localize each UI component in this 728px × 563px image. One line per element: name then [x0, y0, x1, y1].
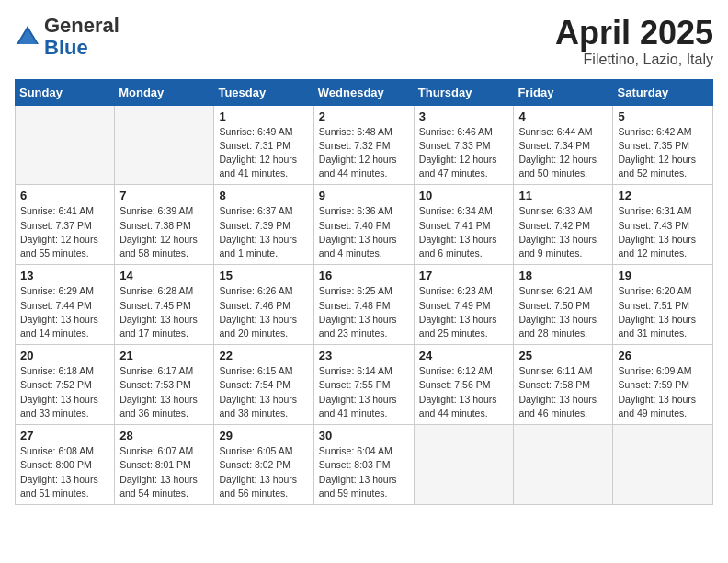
- day-number: 2: [319, 109, 409, 123]
- calendar-cell: 10Sunrise: 6:34 AMSunset: 7:41 PMDayligh…: [414, 185, 514, 265]
- day-info: Sunrise: 6:41 AMSunset: 7:37 PMDaylight:…: [20, 204, 109, 260]
- calendar-cell: 25Sunrise: 6:11 AMSunset: 7:58 PMDayligh…: [514, 345, 613, 425]
- calendar-cell: [414, 425, 514, 505]
- day-info: Sunrise: 6:44 AMSunset: 7:34 PMDaylight:…: [518, 125, 608, 181]
- day-number: 23: [319, 349, 409, 362]
- day-info: Sunrise: 6:20 AMSunset: 7:51 PMDaylight:…: [618, 284, 708, 340]
- day-info: Sunrise: 6:12 AMSunset: 7:56 PMDaylight:…: [419, 364, 509, 420]
- day-number: 5: [618, 109, 708, 123]
- day-info: Sunrise: 6:21 AMSunset: 7:50 PMDaylight:…: [518, 284, 608, 340]
- title-block: April 2025 Filettino, Lazio, Italy: [555, 15, 713, 68]
- header-thursday: Thursday: [414, 79, 514, 105]
- day-number: 13: [20, 269, 109, 282]
- day-number: 16: [319, 269, 409, 282]
- day-number: 25: [518, 349, 608, 362]
- logo-icon: [15, 24, 40, 50]
- day-info: Sunrise: 6:07 AMSunset: 8:01 PMDaylight:…: [119, 444, 209, 500]
- calendar-cell: 24Sunrise: 6:12 AMSunset: 7:56 PMDayligh…: [414, 345, 514, 425]
- day-info: Sunrise: 6:31 AMSunset: 7:43 PMDaylight:…: [618, 204, 708, 260]
- calendar-week-row-2: 6Sunrise: 6:41 AMSunset: 7:37 PMDaylight…: [16, 185, 713, 265]
- day-number: 29: [219, 429, 308, 442]
- calendar-cell: 16Sunrise: 6:25 AMSunset: 7:48 PMDayligh…: [313, 265, 414, 345]
- calendar-cell: 23Sunrise: 6:14 AMSunset: 7:55 PMDayligh…: [313, 345, 414, 425]
- calendar-cell: 2Sunrise: 6:48 AMSunset: 7:32 PMDaylight…: [313, 105, 414, 185]
- day-number: 8: [219, 189, 308, 202]
- day-info: Sunrise: 6:26 AMSunset: 7:46 PMDaylight:…: [219, 284, 308, 340]
- calendar-cell: 19Sunrise: 6:20 AMSunset: 7:51 PMDayligh…: [613, 265, 713, 345]
- day-info: Sunrise: 6:25 AMSunset: 7:48 PMDaylight:…: [319, 284, 409, 340]
- day-number: 30: [319, 429, 409, 442]
- calendar-cell: 14Sunrise: 6:28 AMSunset: 7:45 PMDayligh…: [115, 265, 214, 345]
- day-info: Sunrise: 6:05 AMSunset: 8:02 PMDaylight:…: [219, 444, 308, 500]
- logo-text: General Blue: [44, 15, 119, 59]
- calendar-cell: 20Sunrise: 6:18 AMSunset: 7:52 PMDayligh…: [16, 345, 115, 425]
- day-number: 11: [518, 189, 608, 202]
- day-info: Sunrise: 6:15 AMSunset: 7:54 PMDaylight:…: [219, 364, 308, 420]
- month-year: April 2025: [555, 15, 713, 52]
- calendar-cell: 15Sunrise: 6:26 AMSunset: 7:46 PMDayligh…: [214, 265, 313, 345]
- day-info: Sunrise: 6:09 AMSunset: 7:59 PMDaylight:…: [618, 364, 708, 420]
- day-number: 1: [219, 109, 308, 123]
- day-number: 4: [518, 109, 608, 123]
- day-info: Sunrise: 6:08 AMSunset: 8:00 PMDaylight:…: [20, 444, 109, 500]
- calendar-cell: 9Sunrise: 6:36 AMSunset: 7:40 PMDaylight…: [313, 185, 414, 265]
- calendar-cell: 1Sunrise: 6:49 AMSunset: 7:31 PMDaylight…: [214, 105, 313, 185]
- day-number: 20: [20, 349, 109, 362]
- day-info: Sunrise: 6:04 AMSunset: 8:03 PMDaylight:…: [319, 444, 409, 500]
- calendar-cell: [16, 105, 115, 185]
- day-number: 6: [20, 189, 109, 202]
- calendar-cell: 27Sunrise: 6:08 AMSunset: 8:00 PMDayligh…: [16, 425, 115, 505]
- day-info: Sunrise: 6:37 AMSunset: 7:39 PMDaylight:…: [219, 204, 308, 260]
- logo: General Blue: [15, 15, 119, 59]
- day-info: Sunrise: 6:18 AMSunset: 7:52 PMDaylight:…: [20, 364, 109, 420]
- calendar-cell: [613, 425, 713, 505]
- calendar-cell: 13Sunrise: 6:29 AMSunset: 7:44 PMDayligh…: [16, 265, 115, 345]
- calendar-cell: 30Sunrise: 6:04 AMSunset: 8:03 PMDayligh…: [313, 425, 414, 505]
- calendar-cell: 3Sunrise: 6:46 AMSunset: 7:33 PMDaylight…: [414, 105, 514, 185]
- day-info: Sunrise: 6:36 AMSunset: 7:40 PMDaylight:…: [319, 204, 409, 260]
- calendar-cell: 11Sunrise: 6:33 AMSunset: 7:42 PMDayligh…: [514, 185, 613, 265]
- day-number: 22: [219, 349, 308, 362]
- day-number: 21: [119, 349, 209, 362]
- calendar-cell: [514, 425, 613, 505]
- calendar-cell: 28Sunrise: 6:07 AMSunset: 8:01 PMDayligh…: [115, 425, 214, 505]
- day-number: 12: [618, 189, 708, 202]
- day-info: Sunrise: 6:49 AMSunset: 7:31 PMDaylight:…: [219, 125, 308, 181]
- header-friday: Friday: [514, 79, 613, 105]
- day-number: 26: [618, 349, 708, 362]
- day-info: Sunrise: 6:34 AMSunset: 7:41 PMDaylight:…: [419, 204, 509, 260]
- calendar-cell: 4Sunrise: 6:44 AMSunset: 7:34 PMDaylight…: [514, 105, 613, 185]
- header-tuesday: Tuesday: [214, 79, 313, 105]
- day-info: Sunrise: 6:33 AMSunset: 7:42 PMDaylight:…: [518, 204, 608, 260]
- header-saturday: Saturday: [613, 79, 713, 105]
- header: General Blue April 2025 Filettino, Lazio…: [15, 15, 713, 68]
- day-info: Sunrise: 6:14 AMSunset: 7:55 PMDaylight:…: [319, 364, 409, 420]
- calendar-cell: 6Sunrise: 6:41 AMSunset: 7:37 PMDaylight…: [16, 185, 115, 265]
- calendar-cell: 18Sunrise: 6:21 AMSunset: 7:50 PMDayligh…: [514, 265, 613, 345]
- calendar-cell: 29Sunrise: 6:05 AMSunset: 8:02 PMDayligh…: [214, 425, 313, 505]
- day-number: 19: [618, 269, 708, 282]
- day-number: 18: [518, 269, 608, 282]
- day-info: Sunrise: 6:17 AMSunset: 7:53 PMDaylight:…: [119, 364, 209, 420]
- calendar-cell: 26Sunrise: 6:09 AMSunset: 7:59 PMDayligh…: [613, 345, 713, 425]
- calendar-week-row-1: 1Sunrise: 6:49 AMSunset: 7:31 PMDaylight…: [16, 105, 713, 185]
- day-number: 3: [419, 109, 509, 123]
- calendar-week-row-3: 13Sunrise: 6:29 AMSunset: 7:44 PMDayligh…: [16, 265, 713, 345]
- day-number: 7: [119, 189, 209, 202]
- weekday-header-row: Sunday Monday Tuesday Wednesday Thursday…: [16, 79, 713, 105]
- calendar-cell: 22Sunrise: 6:15 AMSunset: 7:54 PMDayligh…: [214, 345, 313, 425]
- day-info: Sunrise: 6:48 AMSunset: 7:32 PMDaylight:…: [319, 125, 409, 181]
- calendar-cell: 17Sunrise: 6:23 AMSunset: 7:49 PMDayligh…: [414, 265, 514, 345]
- day-info: Sunrise: 6:11 AMSunset: 7:58 PMDaylight:…: [518, 364, 608, 420]
- calendar-cell: 21Sunrise: 6:17 AMSunset: 7:53 PMDayligh…: [115, 345, 214, 425]
- page-container: General Blue April 2025 Filettino, Lazio…: [0, 0, 728, 512]
- day-number: 15: [219, 269, 308, 282]
- calendar-week-row-5: 27Sunrise: 6:08 AMSunset: 8:00 PMDayligh…: [16, 425, 713, 505]
- day-number: 9: [319, 189, 409, 202]
- day-number: 10: [419, 189, 509, 202]
- calendar-cell: 12Sunrise: 6:31 AMSunset: 7:43 PMDayligh…: [613, 185, 713, 265]
- calendar-week-row-4: 20Sunrise: 6:18 AMSunset: 7:52 PMDayligh…: [16, 345, 713, 425]
- day-number: 24: [419, 349, 509, 362]
- calendar-cell: [115, 105, 214, 185]
- day-info: Sunrise: 6:23 AMSunset: 7:49 PMDaylight:…: [419, 284, 509, 340]
